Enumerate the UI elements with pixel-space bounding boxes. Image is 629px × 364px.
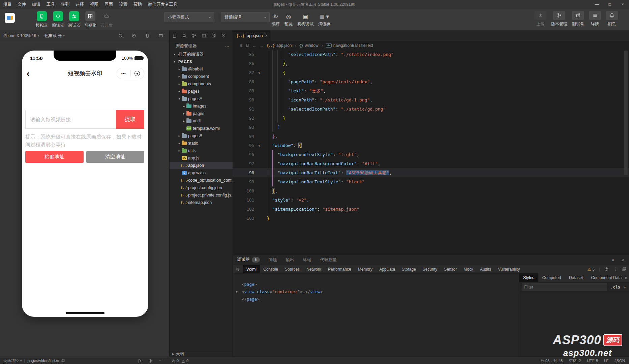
indent-setting[interactable]: 空格: 2 — [569, 358, 581, 363]
tree-item-8[interactable]: ▸pages — [170, 110, 233, 117]
menu-item-0[interactable]: 项目 — [0, 2, 14, 7]
toolbar-button-0[interactable]: 模拟器 — [34, 11, 50, 28]
tab-app-json[interactable]: {..} app.json × — [233, 30, 271, 41]
tree-item-1[interactable]: ▾PAGES — [170, 58, 233, 65]
debugger-tab-3[interactable]: 终端 — [303, 255, 311, 265]
gear-icon[interactable] — [604, 267, 609, 271]
styles-tab-computed[interactable]: Computed — [538, 273, 565, 282]
tree-item-5[interactable]: ▸pages — [170, 88, 233, 95]
forward-arrow-icon[interactable]: → — [260, 43, 264, 48]
menu-item-3[interactable]: 工具 — [43, 2, 58, 7]
wxml-line-1[interactable]: ▶<view class="container">…</view> — [233, 288, 519, 296]
menu-item-2[interactable]: 编辑 — [29, 2, 43, 7]
wxml-tree[interactable]: <page>▶<view class="container">…</view><… — [233, 273, 519, 357]
refresh-icon[interactable] — [118, 33, 123, 38]
menu-item-9[interactable]: 帮助 — [130, 2, 145, 7]
breadcrumb-item-0[interactable]: {..}app.json — [267, 43, 292, 48]
menu-item-10[interactable]: 微信开发者工具 — [145, 2, 181, 7]
compile-select[interactable]: 普通编译▾ — [221, 12, 270, 22]
styles-tab-styles[interactable]: Styles — [519, 273, 538, 282]
code-editor[interactable]: 85 "selectedIconPath": "./static/index.p… — [233, 50, 629, 255]
page-path-select[interactable]: 页面路径▾ — [3, 358, 22, 363]
expand-arrow-icon[interactable]: ▶ — [236, 288, 238, 296]
close-button[interactable]: × — [616, 0, 629, 9]
breadcrumb-item-1[interactable]: {}window — [299, 43, 318, 48]
bug-icon[interactable] — [138, 359, 142, 363]
add-style-icon[interactable]: + — [624, 284, 626, 290]
tree-item-4[interactable]: ▸components — [170, 80, 233, 88]
more-button[interactable]: ••• — [117, 68, 130, 79]
toolbar-right-3[interactable]: 详情 — [589, 11, 601, 27]
cursor-position[interactable]: 行 98，列 48 — [540, 358, 563, 363]
tree-item-11[interactable]: ▸pagesB — [170, 132, 233, 140]
dock-icon[interactable] — [622, 267, 626, 271]
copy-icon[interactable] — [61, 359, 65, 363]
devtools-tab-performance[interactable]: Performance — [325, 265, 355, 273]
action-button-2[interactable]: ▣真机调试 — [297, 11, 313, 27]
debugger-tab-2[interactable]: 输出 — [286, 255, 294, 265]
encoding[interactable]: UTF-8 — [587, 359, 598, 363]
tree-item-19[interactable]: {..}project.private.config.js... — [170, 191, 233, 199]
wxml-line-0[interactable]: <page> — [233, 281, 519, 288]
inspect-icon[interactable] — [233, 265, 243, 273]
devtools-tab-security[interactable]: Security — [419, 265, 441, 273]
tree-item-14[interactable]: JSapp.js — [170, 154, 233, 162]
editor-scrollbar[interactable] — [624, 51, 628, 175]
tree-item-15[interactable]: {..}app.json — [170, 162, 233, 169]
more-icon[interactable]: ⋯ — [159, 358, 163, 363]
tree-item-20[interactable]: {..}sitemap.json — [170, 199, 233, 206]
minimize-button[interactable]: — — [591, 0, 603, 9]
toolbar-right-0[interactable]: 上传 — [534, 11, 546, 27]
tree-item-12[interactable]: ▸static — [170, 140, 233, 147]
search-icon[interactable] — [182, 33, 187, 38]
clear-address-button[interactable]: 清空地址 — [86, 151, 145, 163]
files-icon[interactable] — [172, 33, 177, 38]
devtools-tab-sensor[interactable]: Sensor — [441, 265, 460, 273]
close-icon[interactable]: × — [265, 33, 267, 38]
devtools-tab-mock[interactable]: Mock — [460, 265, 477, 273]
devtools-tab-audits[interactable]: Audits — [477, 265, 495, 273]
filter-input[interactable] — [522, 283, 607, 291]
debugger-tab-1[interactable]: 问题 — [269, 255, 277, 265]
collapse-icon[interactable]: ∧ — [611, 257, 615, 262]
back-arrow-icon[interactable]: ← — [252, 43, 257, 48]
toolbar-right-4[interactable]: 消息 — [606, 11, 618, 27]
extract-button[interactable]: 提取 — [116, 110, 144, 129]
devtools-tab-memory[interactable]: Memory — [355, 265, 376, 273]
paste-address-button[interactable]: 粘贴地址 — [25, 151, 84, 163]
outline-section[interactable]: ▶ 大纲 — [169, 351, 233, 357]
bookmark-icon[interactable] — [245, 43, 249, 48]
hot-reload-select[interactable]: 热重载 开▾ — [42, 33, 67, 39]
maximize-button[interactable]: □ — [603, 0, 616, 9]
menu-item-6[interactable]: 视图 — [87, 2, 101, 7]
tree-item-0[interactable]: ▸打开的编辑器 — [170, 51, 233, 58]
toolbar-button-4[interactable]: 云开发 — [98, 11, 115, 28]
record-icon[interactable] — [131, 33, 136, 38]
toolbar-button-3[interactable]: 可视化 — [82, 11, 98, 28]
menu-item-8[interactable]: 设置 — [116, 2, 130, 7]
tree-item-10[interactable]: <>template.wxml — [170, 125, 233, 132]
devtools-tab-network[interactable]: Network — [303, 265, 325, 273]
warning-badge[interactable]: ⚠5 — [587, 267, 594, 272]
devtools-tab-storage[interactable]: Storage — [398, 265, 419, 273]
split-icon[interactable] — [202, 33, 206, 38]
save-icon[interactable] — [211, 33, 216, 38]
action-button-3[interactable]: ≣ ▾清缓存 — [318, 11, 330, 27]
eye-icon[interactable]: ◎ — [149, 358, 152, 363]
action-button-1[interactable]: ◎预览 — [284, 11, 293, 27]
action-button-0[interactable]: ↻编译 — [272, 11, 280, 27]
eol-setting[interactable]: LF — [604, 359, 608, 363]
devtools-tab-vulnerability[interactable]: Vulnerability — [495, 265, 523, 273]
breadcrumb-item-2[interactable]: abcnavigationBarTitleText — [326, 43, 373, 48]
device-select[interactable]: iPhone X 100% 16▾ — [0, 33, 42, 38]
styles-tab-dataset[interactable]: Dataset — [565, 273, 587, 282]
close-icon[interactable]: × — [622, 257, 624, 262]
avatar[interactable] — [5, 13, 15, 23]
wxml-line-2[interactable]: </page> — [233, 296, 519, 303]
branch-icon[interactable] — [192, 33, 197, 38]
menu-item-7[interactable]: 界面 — [101, 2, 116, 7]
debugger-tab-0[interactable]: 调试器5 — [237, 255, 260, 265]
menu-item-5[interactable]: 选择 — [72, 2, 87, 7]
more-icon[interactable]: ⋯ — [225, 43, 230, 49]
toolbar-right-2[interactable]: 测试号 — [572, 11, 584, 27]
